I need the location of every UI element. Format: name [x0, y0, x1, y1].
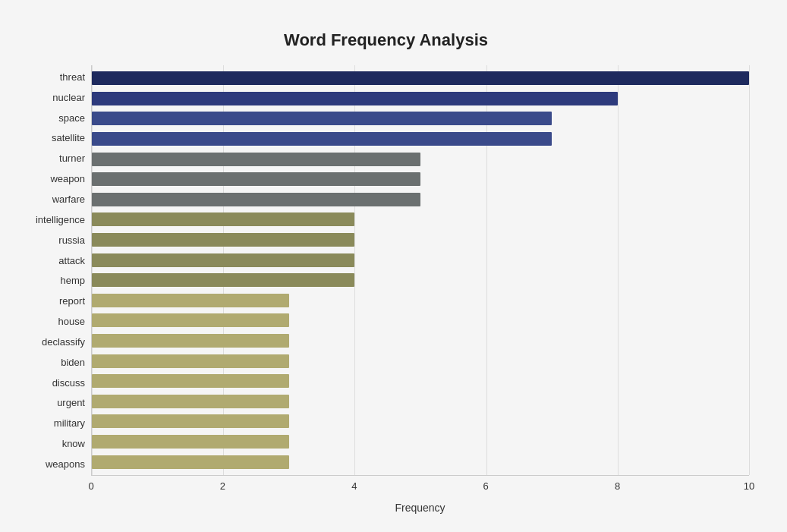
bar-row — [92, 292, 749, 309]
y-label: weapon — [23, 172, 85, 186]
y-label: satellite — [23, 131, 85, 145]
y-label: turner — [23, 152, 85, 165]
bars-and-grid — [91, 65, 749, 476]
x-tick: 4 — [347, 480, 362, 492]
bar — [92, 395, 289, 408]
bar-row — [92, 211, 749, 228]
y-label: military — [23, 417, 85, 430]
x-axis: 0246810 — [91, 476, 749, 496]
bar — [92, 132, 552, 146]
bars-wrapper — [92, 65, 749, 475]
x-axis-label: Frequency — [91, 502, 749, 514]
y-label: russia — [23, 233, 85, 247]
bar-row — [92, 252, 749, 269]
bar-row — [92, 454, 749, 471]
bar — [92, 71, 749, 85]
bar-row — [92, 433, 749, 450]
bar-row — [92, 151, 749, 168]
x-tick: 6 — [478, 480, 493, 492]
bar-row — [92, 191, 749, 208]
bar — [92, 112, 552, 125]
bar — [92, 354, 289, 368]
bar — [92, 334, 289, 348]
y-label: hemp — [23, 274, 85, 288]
y-label: report — [23, 294, 85, 308]
y-label: house — [23, 314, 85, 328]
bar-row — [92, 413, 749, 430]
y-labels: threatnuclearspacesatelliteturnerweaponw… — [23, 65, 91, 476]
bar — [92, 212, 354, 226]
y-label: space — [23, 111, 85, 124]
grid-line — [749, 65, 750, 475]
bar-row — [92, 332, 749, 349]
bar-row — [92, 373, 749, 389]
y-label: discuss — [23, 376, 85, 389]
bar-row — [92, 131, 749, 147]
chart-container: Word Frequency Analysis threatnuclearspa… — [15, 15, 772, 532]
y-label: declassify — [23, 335, 85, 348]
y-label: weapons — [23, 457, 85, 471]
y-label: know — [23, 437, 85, 451]
y-label: nuclear — [23, 90, 85, 104]
bar-row — [92, 353, 749, 370]
bar — [92, 253, 354, 267]
bar — [92, 233, 354, 247]
bar-row — [92, 312, 749, 329]
bar-row — [92, 231, 749, 248]
bar — [92, 455, 289, 469]
y-label: urgent — [23, 396, 85, 410]
bar-row — [92, 90, 749, 107]
x-tick: 2 — [215, 480, 230, 492]
y-label: attack — [23, 253, 85, 267]
bar — [92, 374, 289, 388]
bar-row — [92, 110, 749, 127]
bar — [92, 435, 289, 449]
bar — [92, 193, 420, 206]
y-label: intelligence — [23, 212, 85, 226]
chart-title: Word Frequency Analysis — [23, 30, 749, 50]
x-tick: 0 — [83, 480, 99, 492]
bar — [92, 153, 420, 166]
bar — [92, 172, 420, 186]
grid-and-bars — [91, 65, 749, 476]
x-tick: 10 — [741, 480, 757, 492]
y-label: threat — [23, 70, 85, 83]
bar-row — [92, 393, 749, 410]
x-axis-wrapper: 0246810 Frequency — [91, 476, 749, 514]
bar — [92, 273, 354, 287]
bar-row — [92, 272, 749, 288]
bar — [92, 414, 289, 428]
bar — [92, 313, 289, 327]
bar-row — [92, 70, 749, 87]
bar — [92, 294, 289, 307]
y-label: warfare — [23, 192, 85, 206]
bar-row — [92, 171, 749, 187]
x-tick: 8 — [610, 480, 625, 492]
y-label: biden — [23, 355, 85, 369]
bar — [92, 92, 618, 105]
chart-area: threatnuclearspacesatelliteturnerweaponw… — [23, 65, 749, 476]
